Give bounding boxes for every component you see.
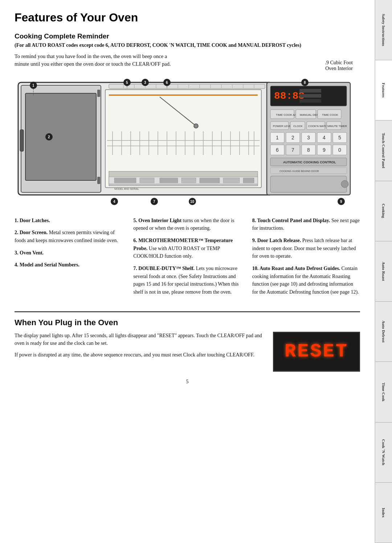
svg-text:2: 2 xyxy=(48,135,50,139)
svg-text:TIME COOK A/B: TIME COOK A/B xyxy=(276,113,298,117)
svg-point-27 xyxy=(194,124,198,128)
svg-rect-3 xyxy=(20,130,24,151)
cooking-complete-heading: Cooking Complete Reminder xyxy=(15,32,360,40)
svg-text:7: 7 xyxy=(153,200,155,204)
svg-text:8: 8 xyxy=(307,147,310,153)
svg-text:5: 5 xyxy=(126,81,128,85)
feature-item-1: 1. Door Latches. xyxy=(15,217,122,225)
side-tab-auto-roast[interactable]: Auto Roast xyxy=(375,241,392,302)
feature-7-label: 7. DOUBLE-DUTY™ Shelf. xyxy=(133,266,195,271)
plug-para-1: The display panel lights up. After 15 se… xyxy=(15,332,262,347)
svg-text:7: 7 xyxy=(291,147,294,153)
cooking-complete-section: Cooking Complete Reminder (For all AUTO … xyxy=(15,32,360,72)
side-tab-cook-n-watch[interactable]: Cook 'N Watch xyxy=(375,422,392,483)
feature-5-label: 5. Oven Interior Light xyxy=(133,218,181,223)
plug-para-2: If power is disrupted at any time, the a… xyxy=(15,351,262,359)
svg-text:4: 4 xyxy=(113,200,115,204)
svg-rect-82 xyxy=(270,176,347,192)
feature-item-6: 6. MICROTHERMOMETER™ Temperature Probe. … xyxy=(133,237,241,260)
svg-rect-31 xyxy=(114,178,136,183)
feature-col-3: 8. Touch Control Panel and Display. See … xyxy=(252,217,360,301)
intro-text: To remind you that you have food in the … xyxy=(15,53,174,69)
page-title: Features of Your Oven xyxy=(15,11,360,24)
svg-text:6: 6 xyxy=(276,147,279,153)
svg-rect-41 xyxy=(299,89,321,93)
feature-item-7: 7. DOUBLE-DUTY™ Shelf. Lets you microwav… xyxy=(133,265,241,296)
feature-item-4: 4. Model and Serial Numbers. xyxy=(15,261,122,269)
svg-rect-43 xyxy=(299,99,321,103)
svg-text:9: 9 xyxy=(323,147,326,153)
feature-item-5: 5. Oven Interior Light turns on when the… xyxy=(133,217,241,232)
svg-rect-34 xyxy=(181,178,196,183)
reset-display-text: RESET xyxy=(285,341,348,362)
plug-section-heading: When You Plug in the Oven xyxy=(15,318,360,327)
svg-text:2: 2 xyxy=(291,135,294,140)
plug-text: The display panel lights up. After 15 se… xyxy=(15,332,262,363)
svg-text:10: 10 xyxy=(190,200,195,204)
svg-rect-42 xyxy=(299,94,321,98)
oven-svg: 88:88 TIME COOK A/B MANUAL DEFROST TIME … xyxy=(15,75,370,209)
svg-text:9: 9 xyxy=(340,200,342,204)
svg-text:5: 5 xyxy=(338,135,341,140)
svg-text:8: 8 xyxy=(304,81,306,85)
feature-item-10: 10. Auto Roast and Auto Defrost Guides. … xyxy=(252,265,360,296)
svg-text:MODEL AND SERIAL: MODEL AND SERIAL xyxy=(114,188,139,190)
svg-text:4: 4 xyxy=(323,135,326,140)
features-grid: 1. Door Latches. 2. Door Screen. Metal s… xyxy=(15,217,360,301)
side-tabs: Safety Instructions Features Touch Contr… xyxy=(375,0,392,543)
feature-10-label: 10. Auto Roast and Auto Defrost Guides. xyxy=(252,266,340,271)
side-tab-index[interactable]: Index xyxy=(375,483,392,543)
side-tab-features[interactable]: Features xyxy=(375,60,392,121)
svg-rect-83 xyxy=(341,180,348,188)
feature-8-label: 8. Touch Control Panel and Display. xyxy=(252,218,330,223)
svg-text:POWER LEVEL: POWER LEVEL xyxy=(273,124,293,128)
svg-rect-37 xyxy=(243,178,254,183)
plug-section-content: The display panel lights up. After 15 se… xyxy=(15,332,360,372)
svg-rect-35 xyxy=(200,178,220,183)
svg-text:6: 6 xyxy=(166,81,168,85)
svg-text:1: 1 xyxy=(276,135,279,140)
svg-text:MINUTE TIMER: MINUTE TIMER xyxy=(327,124,347,128)
svg-rect-32 xyxy=(140,178,154,183)
svg-text:3: 3 xyxy=(144,81,146,85)
feature-col-1: 1. Door Latches. 2. Door Screen. Metal s… xyxy=(15,217,122,301)
plug-display: RESET xyxy=(273,332,360,372)
oven-label-line2: Oven Interior xyxy=(325,66,353,71)
svg-text:0: 0 xyxy=(338,147,341,153)
side-tab-safety[interactable]: Safety Instructions xyxy=(375,0,392,60)
feature-2-label: 2. Door Screen. xyxy=(15,230,48,235)
feature-4-label: 4. Model and Serial Numbers. xyxy=(15,262,79,268)
svg-text:COOKING GUIDE BEHIND DOOR: COOKING GUIDE BEHIND DOOR xyxy=(279,170,319,172)
intro-left: To remind you that you have food in the … xyxy=(15,53,174,72)
feature-item-3: 3. Oven Vent. xyxy=(15,249,122,257)
feature-item-9: 9. Door Latch Release. Press latch relea… xyxy=(252,237,360,260)
side-tab-auto-defrost[interactable]: Auto Defrost xyxy=(375,302,392,362)
intro-row: To remind you that you have food in the … xyxy=(15,53,360,72)
svg-rect-5 xyxy=(97,177,100,184)
section-divider xyxy=(15,311,360,312)
svg-text:3: 3 xyxy=(307,135,310,140)
plug-section: When You Plug in the Oven The display pa… xyxy=(15,318,360,372)
side-tab-touch-control[interactable]: Touch Control Panel xyxy=(375,121,392,181)
feature-9-label: 9. Door Latch Release. xyxy=(252,238,301,243)
svg-text:1: 1 xyxy=(32,83,34,87)
feature-item-8: 8. Touch Control Panel and Display. See … xyxy=(252,217,360,232)
svg-rect-4 xyxy=(97,90,100,97)
cooking-complete-subheading: (For all AUTO ROAST codes except code 6,… xyxy=(15,42,360,49)
svg-rect-36 xyxy=(223,178,240,183)
side-tab-time-cook[interactable]: Time Cook xyxy=(375,362,392,422)
svg-text:COOK'N WATCH: COOK'N WATCH xyxy=(308,124,329,128)
feature-col-2: 5. Oven Interior Light turns on when the… xyxy=(133,217,241,301)
page-number: 5 xyxy=(15,379,360,385)
feature-1-label: 1. Door Latches. xyxy=(15,218,50,223)
side-tab-cooking[interactable]: Cooking xyxy=(375,181,392,241)
svg-text:TIME COOK: TIME COOK xyxy=(322,113,339,117)
svg-text:AUTOMATIC COOKING CONTROL: AUTOMATIC COOKING CONTROL xyxy=(283,160,336,164)
oven-label-line1: .9 Cubic Foot xyxy=(325,60,353,65)
svg-rect-2 xyxy=(25,93,96,180)
oven-diagram: 88:88 TIME COOK A/B MANUAL DEFROST TIME … xyxy=(15,75,360,209)
feature-item-2: 2. Door Screen. Metal screen permits vie… xyxy=(15,229,122,244)
oven-label: .9 Cubic Foot Oven Interior xyxy=(325,53,360,72)
svg-text:CLOCK: CLOCK xyxy=(293,124,303,128)
svg-rect-33 xyxy=(160,178,178,183)
